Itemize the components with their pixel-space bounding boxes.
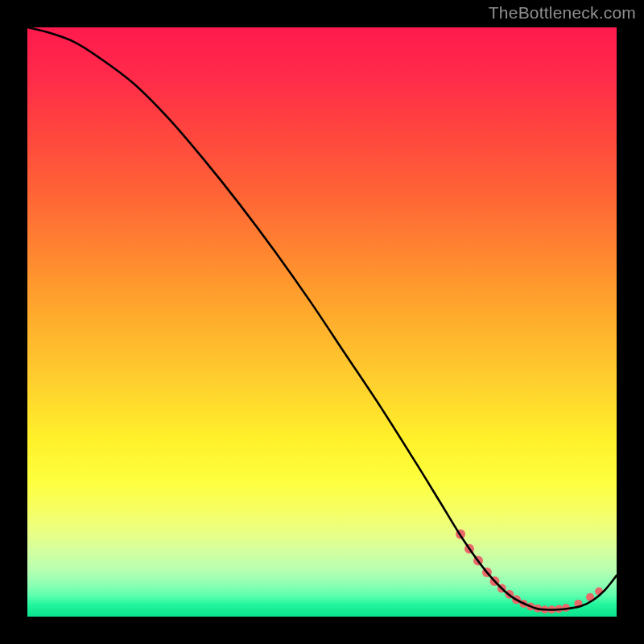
markers-group <box>456 530 603 614</box>
curve-layer <box>27 27 617 617</box>
bottleneck-curve <box>27 27 617 609</box>
attribution-text: TheBottleneck.com <box>489 3 636 23</box>
chart-stage: TheBottleneck.com <box>0 0 644 644</box>
plot-area <box>27 27 617 617</box>
